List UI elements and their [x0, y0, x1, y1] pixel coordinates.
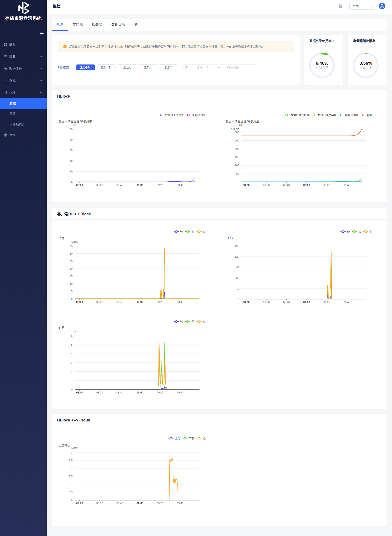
sidebar-item-monitoring[interactable]: 监控 — [0, 98, 47, 109]
svg-text:4: 4 — [71, 352, 73, 355]
collapse-menu-icon[interactable] — [39, 32, 44, 35]
legend-item[interactable]: 数据目录使用量 — [284, 114, 309, 117]
user-avatar[interactable] — [379, 3, 385, 9]
range-button-6h[interactable]: 近6小时 — [97, 65, 116, 70]
svg-text:0: 0 — [71, 388, 73, 391]
svg-text:08:00: 08:00 — [76, 300, 83, 304]
date-end-input[interactable]: 结束日期 — [227, 65, 239, 69]
sidebar-item-overview[interactable]: 概览 — [0, 40, 47, 49]
svg-text:08:20: 08:20 — [263, 184, 270, 187]
gauge-value: 0.56% — [346, 61, 385, 65]
date-range-picker[interactable]: 开始日期 ~ 结束日期 — [182, 64, 256, 71]
svg-text:08:00: 08:00 — [243, 184, 250, 187]
svg-text:%: % — [73, 124, 76, 126]
svg-text:09:00: 09:00 — [136, 391, 143, 394]
svg-text:08:20: 08:20 — [96, 391, 103, 394]
chart-latency: 0123456ms08:0008:2008:4009:0009:2009:40时… — [51, 310, 219, 401]
time-range-label: 时间范围： — [58, 65, 73, 69]
svg-text:IOPS: IOPS — [226, 236, 233, 240]
legend-item[interactable]: 总 — [196, 320, 206, 323]
tab-label: 服务器 — [92, 23, 102, 27]
legend-item[interactable]: 总 — [363, 230, 373, 233]
sidebar-item-label: 系统 — [9, 79, 15, 83]
tab-card: 系统 存储池 服务器 数据目录 卷 — [51, 19, 387, 31]
tab-storage-pool[interactable]: 存储池 — [68, 19, 87, 31]
svg-text:数据目录使用量: 数据目录使用量 — [291, 114, 309, 117]
sidebar-item-settings[interactable]: 设置 — [0, 130, 47, 140]
tab-label: 存储池 — [72, 23, 83, 27]
tab-server[interactable]: 服务器 — [87, 19, 107, 31]
chevron-down-icon — [40, 79, 42, 82]
tab-label: 数据目录 — [112, 23, 125, 27]
page-title: 监控 — [53, 3, 61, 9]
svg-text:09:00: 09:00 — [303, 184, 310, 187]
section-hblock-cloud: HBlock <--> Cloud 00.511.522.53MiB/s08:0… — [51, 414, 387, 526]
sidebar-item-label: 告警 — [9, 111, 16, 116]
svg-text:40: 40 — [70, 160, 73, 162]
svg-text:09:00: 09:00 — [136, 300, 143, 304]
range-button-1d[interactable]: 近1天 — [118, 65, 136, 70]
gauge-status: 空间充足 — [346, 66, 385, 69]
language-select[interactable]: 中文 — [349, 3, 375, 9]
svg-text:0: 0 — [71, 181, 73, 184]
tab-data-directory[interactable]: 数据目录 — [107, 19, 130, 31]
svg-text:2: 2 — [71, 467, 73, 470]
legend-item[interactable]: 数据目录总容量 — [311, 114, 337, 117]
svg-text:09:20: 09:20 — [323, 184, 330, 187]
legend-item[interactable]: 写 — [185, 230, 194, 233]
svg-text:2.5: 2.5 — [69, 459, 73, 462]
sidebar-item-system[interactable]: 系统 — [0, 76, 47, 85]
sidebar-item-operations[interactable]: 运维 — [0, 88, 47, 97]
sidebar-item-services[interactable]: 服务 — [0, 52, 47, 61]
section-client-hblock: 客户端 <--> HBlock 05101520253035MiB/s08:00… — [51, 208, 387, 409]
sidebar-item-alerts[interactable]: 告警 — [0, 109, 47, 118]
svg-text:09:00: 09:00 — [303, 301, 310, 304]
sidebar-item-label: 事件和日志 — [9, 123, 25, 127]
legend-item[interactable]: 总 — [196, 437, 206, 440]
svg-text:30: 30 — [236, 287, 239, 290]
svg-text:0: 0 — [238, 298, 239, 301]
legend-item[interactable]: 下载 — [182, 437, 194, 440]
svg-text:60: 60 — [236, 277, 239, 280]
gauge-card-directory-usage: 数据目录使用率： 6.46% 空间充足 — [304, 35, 343, 85]
sidebar-item-label: 运维 — [9, 91, 15, 95]
svg-text:上传: 上传 — [175, 437, 181, 440]
svg-text:0.5: 0.5 — [69, 491, 73, 494]
svg-text:08:00: 08:00 — [76, 184, 83, 187]
tab-volume[interactable]: 卷 — [130, 19, 142, 31]
sidebar-item-events-logs[interactable]: 事件和日志 — [0, 120, 47, 129]
legend-item[interactable]: 上传 — [168, 437, 181, 440]
sidebar-item-label: 监控 — [9, 101, 16, 105]
tab-system[interactable]: 系统 — [51, 19, 68, 31]
svg-text:MiB/s: MiB/s — [71, 240, 78, 243]
line-chart-svg: 00.511.522.53MiB/s08:0008:2008:4009:0009… — [51, 426, 219, 518]
sidebar-item-label: 设置 — [9, 133, 15, 137]
range-button-2h[interactable]: 近2小时 — [76, 65, 95, 70]
legend-item[interactable]: 读 — [174, 230, 183, 233]
settings-gear-icon — [4, 134, 7, 137]
legend-item[interactable]: 写 — [185, 320, 194, 323]
date-start-input[interactable]: 开始日期 — [197, 65, 209, 69]
overview-icon — [4, 43, 7, 46]
legend-item[interactable]: 配额使用率 — [186, 114, 206, 117]
sidebar-item-data-protection[interactable]: 数据保护 — [0, 64, 47, 73]
svg-text:20: 20 — [70, 267, 73, 270]
gauge-title: 数据目录使用率： — [303, 39, 342, 43]
svg-text:50: 50 — [236, 172, 239, 175]
svg-text:2: 2 — [71, 370, 73, 373]
legend-item[interactable]: 配额 — [361, 114, 373, 117]
range-button-1y[interactable]: 近1年 — [160, 65, 178, 70]
info-icon[interactable] — [339, 4, 342, 8]
svg-text:30: 30 — [70, 252, 73, 255]
legend-item[interactable]: 写 — [352, 230, 361, 233]
svg-text:09:20: 09:20 — [157, 184, 163, 187]
range-button-7d[interactable]: 近7天 — [139, 65, 157, 70]
legend-item[interactable]: 读 — [341, 230, 350, 233]
chevron-down-icon — [40, 68, 42, 70]
svg-text:数据目录使用率: 数据目录使用率 — [165, 114, 184, 117]
legend-item[interactable]: 总 — [196, 230, 206, 233]
svg-text:上云带宽: 上云带宽 — [59, 444, 70, 447]
legend-item[interactable]: 读 — [174, 320, 183, 323]
legend-item[interactable]: 配额使用量 — [339, 114, 359, 117]
legend-item[interactable]: 数据目录使用率 — [159, 114, 184, 117]
